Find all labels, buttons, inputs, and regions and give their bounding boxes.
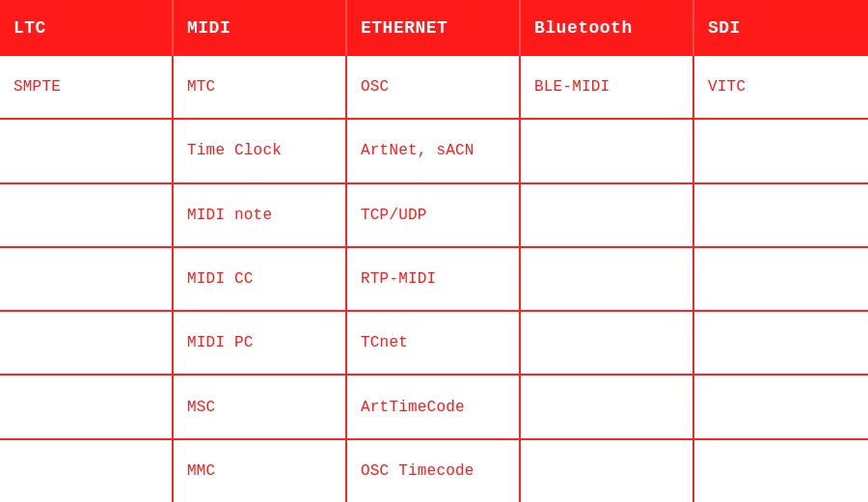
cell-r4-bluetooth: [521, 312, 694, 374]
cell-r6-ltc: [0, 440, 174, 502]
table-body: SMPTE MTC OSC BLE-MIDI VITC Time Clock A…: [0, 56, 868, 502]
header-sdi: SDI: [694, 0, 868, 56]
header-bluetooth: Bluetooth: [521, 0, 694, 56]
header-ltc: LTC: [0, 0, 174, 56]
cell-r4-sdi: [694, 312, 868, 374]
cell-r1-ethernet: ArtNet, sACN: [347, 120, 521, 181]
cell-r0-sdi: VITC: [694, 56, 868, 118]
cell-r5-ethernet: ArtTimeCode: [347, 376, 521, 437]
cell-r6-midi: MMC: [174, 440, 347, 502]
cell-r2-bluetooth: [521, 184, 694, 246]
cell-r5-midi: MSC: [174, 376, 347, 437]
cell-r5-sdi: [694, 376, 868, 437]
main-table: LTC MIDI ETHERNET Bluetooth SDI SMPTE MT…: [0, 0, 868, 502]
table-row: MMC OSC Timecode: [0, 440, 868, 502]
table-row: MSC ArtTimeCode: [0, 376, 868, 439]
cell-r3-sdi: [694, 248, 868, 310]
cell-r4-ltc: [0, 312, 174, 374]
cell-r0-ltc: SMPTE: [0, 56, 174, 118]
header-ethernet: ETHERNET: [347, 0, 521, 56]
cell-r6-bluetooth: [521, 440, 694, 502]
cell-r2-midi: MIDI note: [174, 184, 347, 246]
cell-r3-bluetooth: [521, 248, 694, 310]
cell-r3-ltc: [0, 248, 174, 310]
cell-r1-ltc: [0, 120, 174, 181]
cell-r2-ltc: [0, 184, 174, 246]
cell-r0-midi: MTC: [174, 56, 347, 118]
cell-r1-sdi: [694, 120, 868, 181]
table-row: MIDI PC TCnet: [0, 312, 868, 376]
cell-r4-midi: MIDI PC: [174, 312, 347, 374]
cell-r5-bluetooth: [521, 376, 694, 437]
table-row: MIDI note TCP/UDP: [0, 184, 868, 248]
table-row: Time Clock ArtNet, sACN: [0, 120, 868, 183]
cell-r2-sdi: [694, 184, 868, 246]
table-row: SMPTE MTC OSC BLE-MIDI VITC: [0, 56, 868, 120]
cell-r1-midi: Time Clock: [174, 120, 347, 181]
cell-r2-ethernet: TCP/UDP: [347, 184, 521, 246]
cell-r0-ethernet: OSC: [347, 56, 521, 118]
header-midi: MIDI: [174, 0, 347, 56]
table-header: LTC MIDI ETHERNET Bluetooth SDI: [0, 0, 868, 56]
cell-r6-ethernet: OSC Timecode: [347, 440, 521, 502]
cell-r4-ethernet: TCnet: [347, 312, 521, 374]
table-row: MIDI CC RTP-MIDI: [0, 248, 868, 312]
cell-r0-bluetooth: BLE-MIDI: [521, 56, 694, 118]
cell-r5-ltc: [0, 376, 174, 437]
cell-r3-ethernet: RTP-MIDI: [347, 248, 521, 310]
cell-r1-bluetooth: [521, 120, 694, 181]
cell-r6-sdi: [694, 440, 868, 502]
cell-r3-midi: MIDI CC: [174, 248, 347, 310]
